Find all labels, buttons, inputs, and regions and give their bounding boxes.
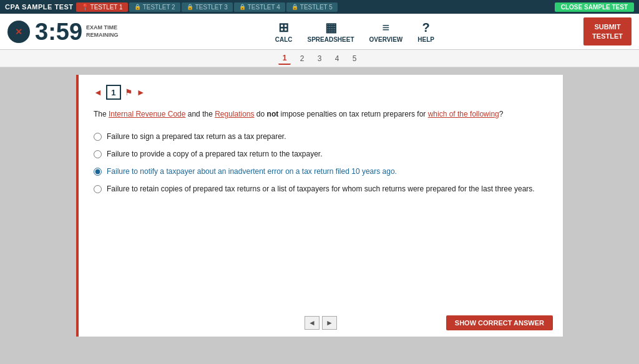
main-area: ◄ 1 ⚑ ► The Internal Revenue Code and th… bbox=[0, 67, 639, 364]
submit-testlet-button[interactable]: SUBMITTESTLET bbox=[583, 17, 632, 46]
question-panel: ◄ 1 ⚑ ► The Internal Revenue Code and th… bbox=[76, 75, 563, 337]
show-correct-answer-button[interactable]: SHOW CORRECT ANSWER bbox=[446, 315, 553, 330]
help-icon: ? bbox=[422, 21, 429, 35]
question-nav: 1 2 3 4 5 bbox=[0, 50, 639, 67]
timer-bar: ✕ 3:59 EXAM TIME REMAINING ⊞ CALC ▦ SPRE… bbox=[0, 14, 639, 50]
testlet-tabs: 📍 TESTLET 1 🔒 TESTLET 2 🔒 TESTLET 3 🔒 TE… bbox=[76, 2, 338, 12]
timer-label: EXAM TIME REMAINING bbox=[86, 24, 119, 39]
cpa-logo: ✕ bbox=[7, 21, 30, 43]
brand-label: CPA SAMPLE TEST bbox=[5, 3, 74, 11]
bottom-arrow-group: ◄ ► bbox=[243, 316, 398, 330]
question-nav-4[interactable]: 4 bbox=[331, 52, 343, 65]
testlet-tab-1[interactable]: 📍 TESTLET 1 bbox=[76, 2, 128, 12]
top-bar-left: CPA SAMPLE TEST 📍 TESTLET 1 🔒 TESTLET 2 … bbox=[5, 2, 338, 12]
option-c[interactable]: Failure to notify a taxpayer about an in… bbox=[94, 166, 548, 177]
regulations-link[interactable]: Regulations bbox=[215, 110, 254, 118]
prev-question-arrow[interactable]: ◄ bbox=[94, 87, 102, 97]
answer-options: Failure to sign a prepared tax return as… bbox=[94, 131, 548, 194]
question-nav-1[interactable]: 1 bbox=[278, 52, 291, 65]
overview-button[interactable]: ≡ OVERVIEW bbox=[369, 21, 403, 43]
top-nav-bar: CPA SAMPLE TEST 📍 TESTLET 1 🔒 TESTLET 2 … bbox=[0, 0, 639, 14]
question-header: ◄ 1 ⚑ ► bbox=[94, 85, 548, 100]
question-number-badge: 1 bbox=[106, 85, 121, 100]
close-sample-test-button[interactable]: CLOSE SAMPLE TEST bbox=[555, 2, 634, 12]
option-d[interactable]: Failure to retain copies of prepared tax… bbox=[94, 183, 548, 194]
question-nav-5[interactable]: 5 bbox=[348, 52, 361, 65]
timer-section: ✕ 3:59 EXAM TIME REMAINING bbox=[0, 20, 126, 44]
calc-icon: ⊞ bbox=[278, 20, 289, 35]
calc-button[interactable]: ⊞ CALC bbox=[275, 20, 293, 43]
timer-display: 3:59 bbox=[35, 20, 82, 44]
help-button[interactable]: ? HELP bbox=[417, 21, 434, 43]
location-icon: 📍 bbox=[81, 4, 89, 11]
next-question-arrow[interactable]: ► bbox=[137, 87, 145, 97]
testlet-tab-5[interactable]: 🔒 TESTLET 5 bbox=[286, 2, 338, 12]
question-nav-2[interactable]: 2 bbox=[296, 52, 308, 65]
bottom-prev-button[interactable]: ◄ bbox=[305, 316, 320, 330]
bottom-next-button[interactable]: ► bbox=[322, 316, 337, 330]
radio-d[interactable] bbox=[94, 185, 102, 193]
radio-b[interactable] bbox=[94, 150, 102, 158]
toolbar-icons: ⊞ CALC ▦ SPREADSHEET ≡ OVERVIEW ? HELP bbox=[126, 20, 584, 43]
lock-icon-5: 🔒 bbox=[291, 4, 298, 10]
spreadsheet-icon: ▦ bbox=[325, 20, 337, 35]
testlet-tab-3[interactable]: 🔒 TESTLET 3 bbox=[182, 2, 233, 12]
testlet-tab-2[interactable]: 🔒 TESTLET 2 bbox=[129, 2, 180, 12]
lock-icon-2: 🔒 bbox=[134, 4, 141, 10]
question-text: The Internal Revenue Code and the Regula… bbox=[94, 108, 548, 120]
question-bottom-nav: ◄ ► SHOW CORRECT ANSWER bbox=[79, 315, 563, 330]
option-b[interactable]: Failure to provide a copy of a prepared … bbox=[94, 148, 548, 160]
radio-c[interactable] bbox=[94, 168, 102, 176]
testlet-tab-4[interactable]: 🔒 TESTLET 4 bbox=[234, 2, 285, 12]
overview-icon: ≡ bbox=[383, 21, 390, 35]
flag-icon[interactable]: ⚑ bbox=[125, 87, 133, 97]
option-a[interactable]: Failure to sign a prepared tax return as… bbox=[94, 131, 548, 142]
question-nav-3[interactable]: 3 bbox=[313, 52, 326, 65]
radio-a[interactable] bbox=[94, 133, 102, 141]
spreadsheet-button[interactable]: ▦ SPREADSHEET bbox=[308, 20, 354, 43]
irc-link[interactable]: Internal Revenue Code bbox=[109, 110, 185, 118]
lock-icon-3: 🔒 bbox=[187, 4, 193, 10]
which-link[interactable]: which of the following bbox=[428, 110, 499, 118]
lock-icon-4: 🔒 bbox=[239, 4, 246, 10]
